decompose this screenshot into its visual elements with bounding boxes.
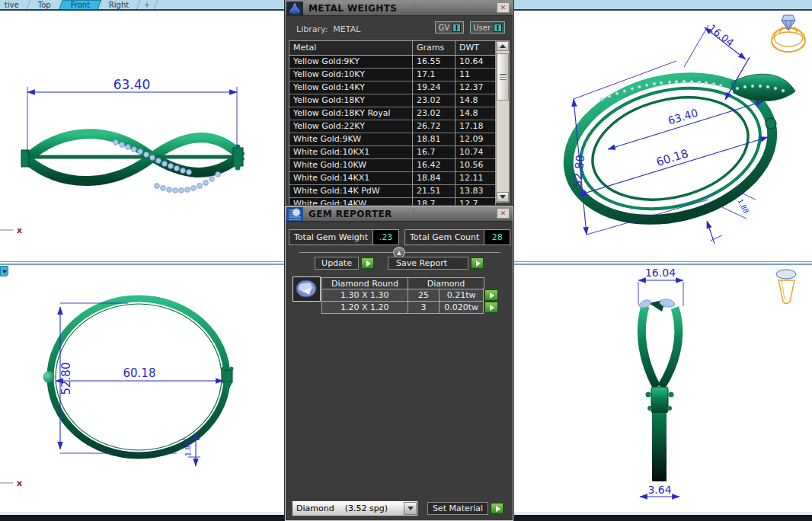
gv-toggle-button[interactable]: GV I [435, 21, 464, 34]
metal-row[interactable]: Yellow Gold:18KY Royal23.0214.8 [289, 107, 495, 120]
dim-front-width: 63.40 [113, 77, 151, 92]
dropdown-arrow-icon[interactable] [404, 502, 417, 515]
metal-cell: 16.7 [413, 146, 456, 158]
library-label: Library: METAL [296, 24, 360, 34]
tab-top[interactable]: Top [27, 0, 62, 9]
gem-cell: 0.020tw [440, 302, 484, 314]
dialog-title: METAL WEIGHTS [308, 3, 397, 14]
gv-toggle-icon[interactable]: I [452, 24, 461, 32]
save-report-run-button[interactable] [471, 257, 484, 269]
gem-table: Diamond Round Diamond 1.30 X 1.30250.21t… [321, 277, 498, 314]
metal-row[interactable]: White Gold:9KW18.8112.09 [289, 133, 495, 146]
metal-cell: 26.72 [413, 120, 456, 133]
metal-cell: 12.37 [456, 82, 495, 94]
gem-reporter-dialog: GEM REPORTER ✕ Total Gem Weight .23 Tota… [285, 206, 513, 521]
dim-right-top: 16.04 [645, 267, 676, 279]
dim-top-width: 60.18 [123, 366, 156, 380]
metal-cell: 23.02 [413, 94, 456, 107]
gem-thumbnail[interactable] [293, 276, 321, 302]
save-report-button[interactable]: Save Report [388, 257, 468, 270]
right-bangle-model[interactable] [638, 299, 679, 481]
top-dimensions: 52.80 60.18 1.88 [56, 303, 223, 466]
play-icon [366, 260, 371, 267]
metal-cell: 14.8 [456, 107, 495, 120]
perspective-bangle-model[interactable] [553, 56, 795, 240]
material-dropdown-value: Diamond (3.52 spg) [293, 503, 404, 513]
metal-cell: 17.18 [456, 120, 495, 133]
metal-cell: White Gold:10KW [289, 159, 413, 171]
gem-row[interactable]: 1.20 X 1.2030.020tw [321, 302, 498, 314]
scrollbar-thumb[interactable] [497, 53, 509, 101]
tab-front[interactable]: Front [59, 0, 101, 9]
column-header-dwt[interactable]: DWT [456, 41, 495, 55]
gem-row-run-button[interactable] [484, 302, 498, 313]
user-toggle-icon[interactable]: I [494, 24, 502, 32]
scroll-up-icon[interactable] [497, 41, 509, 51]
gem-row[interactable]: 1.30 X 1.30250.21tw [321, 289, 498, 302]
metal-row[interactable]: Yellow Gold:10KY17.111 [289, 69, 495, 82]
tab-right[interactable]: Right [98, 0, 141, 9]
update-button[interactable]: Update [315, 257, 359, 270]
gem-cell: 3 [408, 302, 440, 314]
ring-preview-icon [772, 15, 805, 52]
dim-persp-height: 52.80 [571, 154, 587, 188]
metal-cell: 16.55 [413, 56, 456, 68]
metal-cell: 16.42 [413, 159, 456, 171]
metal-cell: 12.11 [456, 172, 495, 184]
metal-table: Metal Grams DWT Yellow Gold:9KY16.5510.6… [289, 40, 496, 206]
metal-row[interactable]: Yellow Gold:14KY19.2412.37 [289, 82, 495, 94]
metal-table-body: Yellow Gold:9KY16.5510.64Yellow Gold:10K… [289, 56, 495, 206]
titlebar-separator [414, 208, 414, 219]
gem-cell: 1.20 X 1.20 [321, 302, 408, 314]
new-viewport-tab-button[interactable]: + [137, 0, 158, 9]
gv-label: GV [438, 24, 449, 32]
tab-label: tive [5, 1, 19, 9]
gem-cell: 0.21tw [440, 289, 484, 302]
front-bangle-model[interactable] [21, 134, 243, 193]
update-run-button[interactable] [361, 257, 374, 269]
material-dropdown[interactable]: Diamond (3.52 spg) [292, 500, 418, 516]
play-icon [490, 292, 494, 299]
gem-cell: 25 [408, 289, 440, 302]
dialog-title: GEM REPORTER [308, 209, 392, 219]
metal-row[interactable]: White Gold:10KX116.710.74 [289, 146, 495, 159]
total-gem-weight-box: Total Gem Weight .23 [289, 229, 399, 245]
metal-row[interactable]: White Gold:10KW16.4210.56 [289, 159, 495, 172]
user-toggle-button[interactable]: User I [470, 21, 505, 34]
total-gem-weight-label: Total Gem Weight [289, 230, 372, 245]
metal-cell: Yellow Gold:10KY [289, 69, 413, 81]
close-icon[interactable]: ✕ [497, 208, 510, 219]
tab-label: Right [109, 1, 129, 9]
metal-row[interactable]: Yellow Gold:9KY16.5510.64 [289, 56, 495, 69]
set-material-run-button[interactable] [491, 503, 504, 514]
diamond-round-gem-icon [293, 277, 320, 301]
total-gem-count-box: Total Gem Count 28 [404, 229, 510, 245]
metal-cell: Yellow Gold:9KY [289, 56, 413, 68]
tab-perspective[interactable]: tive [0, 0, 30, 9]
metal-row[interactable]: Yellow Gold:22KY26.7217.18 [289, 120, 495, 133]
metal-cell: White Gold:9KW [289, 133, 413, 145]
column-header-grams[interactable]: Grams [413, 41, 456, 55]
tab-label: Front [70, 1, 89, 9]
metal-table-header: Metal Grams DWT [289, 41, 495, 56]
scroll-down-icon[interactable] [497, 192, 509, 202]
front-view-drawing: 63.40 x [0, 77, 243, 235]
gem-rows: 1.30 X 1.30250.21tw1.20 X 1.2030.020tw [321, 289, 498, 314]
close-icon[interactable]: ✕ [497, 2, 510, 13]
metal-cell: White Gold:14KX1 [289, 172, 413, 184]
metal-weights-titlebar[interactable]: METAL WEIGHTS ✕ [286, 1, 513, 16]
metal-cell: 23.02 [413, 107, 456, 120]
gem-row-run-button[interactable] [484, 289, 498, 301]
gem-reporter-titlebar[interactable]: GEM REPORTER ✕ [286, 206, 513, 222]
top-axis-marker: x [0, 478, 22, 488]
metal-row[interactable]: White Gold:14KX118.8412.11 [289, 172, 495, 185]
metal-table-scrollbar[interactable] [496, 40, 510, 203]
front-axis-marker: x [0, 225, 22, 235]
viewport-corner-tab[interactable] [0, 266, 8, 276]
ring-profile-icon [776, 270, 796, 304]
metal-cell: 10.74 [456, 146, 495, 158]
metal-row[interactable]: White Gold:14K PdW21.5113.83 [289, 185, 495, 198]
set-material-button[interactable]: Set Material [427, 502, 488, 515]
metal-row[interactable]: Yellow Gold:18KY23.0214.8 [289, 94, 495, 107]
column-header-metal[interactable]: Metal [289, 41, 413, 55]
